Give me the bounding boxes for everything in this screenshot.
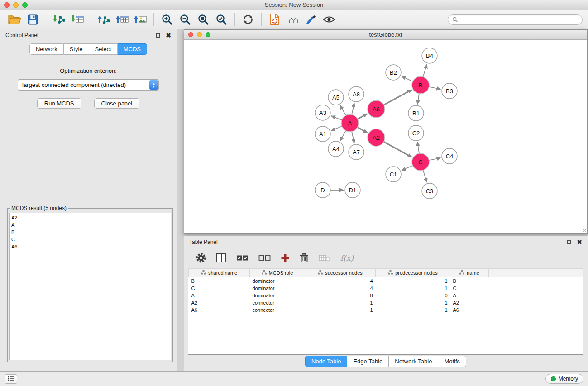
save-session-button[interactable] xyxy=(24,11,42,28)
table-cell[interactable]: 4 xyxy=(305,285,376,292)
column-header-successor-nodes[interactable]: successor nodes xyxy=(305,269,376,277)
edge-A-A7[interactable] xyxy=(352,132,354,143)
node-B4[interactable]: B4 xyxy=(422,48,437,63)
column-header-name[interactable]: name xyxy=(450,269,489,277)
table-cell[interactable]: 1 xyxy=(376,277,450,285)
minimize-network-window-button[interactable] xyxy=(197,32,202,37)
table-row[interactable]: Cdominator41C xyxy=(189,285,583,292)
table-cell[interactable]: A6 xyxy=(450,306,489,314)
node-C[interactable]: C xyxy=(412,153,429,171)
close-panel-button[interactable]: Close panel xyxy=(94,98,140,109)
node-B1[interactable]: B1 xyxy=(408,105,424,121)
node-B3[interactable]: B3 xyxy=(442,83,457,99)
node-D1[interactable]: D1 xyxy=(345,182,360,198)
table-row[interactable]: A2connector11A2 xyxy=(189,299,583,306)
node-C3[interactable]: C3 xyxy=(422,183,437,199)
zoom-fit-button[interactable] xyxy=(194,11,212,28)
node-C1[interactable]: C1 xyxy=(386,167,401,182)
optimization-dropdown[interactable]: largest connected component (directed) ▲… xyxy=(18,79,159,91)
edge-A-A1[interactable] xyxy=(331,126,342,131)
mcds-result-item[interactable]: B xyxy=(11,229,169,236)
run-mcds-button[interactable]: Run MCDS xyxy=(37,98,81,109)
node-A7[interactable]: A7 xyxy=(349,144,364,160)
network-canvas[interactable]: B4B2BB3A5A8A6B1A3AC2A1A2A4A7C4CC1C3DD1 xyxy=(185,40,587,233)
minimize-window-button[interactable] xyxy=(13,2,19,8)
table-cell[interactable]: A6 xyxy=(189,306,250,314)
mcds-result-item[interactable]: C xyxy=(11,236,169,243)
zoom-in-button[interactable] xyxy=(158,11,176,28)
node-B[interactable]: B xyxy=(412,76,429,94)
column-header-MCDS-role[interactable]: MCDS role xyxy=(250,269,305,277)
mcds-result-item[interactable]: A6 xyxy=(11,243,169,250)
table-cell[interactable]: dominator xyxy=(250,285,305,292)
close-network-window-button[interactable] xyxy=(188,32,193,37)
edge-A-A8[interactable] xyxy=(352,103,354,115)
float-panel-icon[interactable] xyxy=(156,33,160,38)
export-table-button[interactable] xyxy=(113,11,131,28)
open-session-button[interactable] xyxy=(5,11,24,28)
show-hide-button[interactable] xyxy=(320,11,338,28)
table-row[interactable]: Adominator80A xyxy=(189,292,583,299)
node-A1[interactable]: A1 xyxy=(315,126,330,142)
table-cell[interactable]: 1 xyxy=(305,299,376,306)
close-table-panel-icon[interactable]: ✖ xyxy=(577,239,582,245)
edge-A-A4[interactable] xyxy=(340,131,346,141)
network-graph[interactable]: B4B2BB3A5A8A6B1A3AC2A1A2A4A7C4CC1C3DD1 xyxy=(185,40,588,234)
close-panel-icon[interactable]: ✖ xyxy=(166,32,171,38)
float-table-panel-icon[interactable] xyxy=(567,240,571,244)
refresh-view-button[interactable] xyxy=(239,11,257,28)
select-all-button[interactable] xyxy=(236,254,249,262)
column-header-shared-name[interactable]: shared name xyxy=(189,269,250,277)
open-document-button[interactable] xyxy=(266,11,284,28)
function-builder-button[interactable]: f(x) xyxy=(340,253,354,262)
table-cell[interactable]: C xyxy=(450,285,489,292)
node-A3[interactable]: A3 xyxy=(315,105,330,120)
deselect-all-button[interactable] xyxy=(258,254,271,262)
tab-network[interactable]: Network xyxy=(29,43,64,55)
node-D[interactable]: D xyxy=(315,182,330,198)
node-A8[interactable]: A8 xyxy=(349,86,364,102)
node-A6[interactable]: A6 xyxy=(368,100,385,118)
table-cell[interactable]: 1 xyxy=(376,285,450,292)
node-C4[interactable]: C4 xyxy=(442,148,457,164)
node-A[interactable]: A xyxy=(341,114,359,132)
table-cell[interactable]: 1 xyxy=(376,299,450,306)
node-A4[interactable]: A4 xyxy=(328,141,344,157)
table-cell[interactable]: dominator xyxy=(250,292,305,299)
table-cell[interactable]: 4 xyxy=(305,277,376,285)
node-C2[interactable]: C2 xyxy=(408,125,424,141)
table-settings-button[interactable] xyxy=(196,253,206,263)
table-cell[interactable]: B xyxy=(450,277,489,285)
edge-C-C4[interactable] xyxy=(429,158,441,160)
table-cell[interactable]: connector xyxy=(250,299,305,306)
edge-B-B1[interactable] xyxy=(417,94,419,104)
delete-table-button[interactable] xyxy=(319,254,330,262)
style-brush-button[interactable] xyxy=(302,11,320,28)
node-A2[interactable]: A2 xyxy=(368,129,385,146)
table-cell[interactable]: 1 xyxy=(305,306,376,314)
edge-A2-C[interactable] xyxy=(384,142,412,157)
table-row[interactable]: A6connector11A6 xyxy=(189,306,583,314)
table-cell[interactable]: A xyxy=(450,292,489,299)
table-row[interactable]: Bdominator41B xyxy=(189,277,583,285)
table-cell[interactable]: A2 xyxy=(189,299,250,306)
table-cell[interactable]: A2 xyxy=(450,299,489,306)
table-cell[interactable]: C xyxy=(189,285,250,292)
edge-A-A3[interactable] xyxy=(331,116,342,120)
zoom-out-button[interactable] xyxy=(176,11,194,28)
table-cell[interactable]: B xyxy=(189,277,250,285)
add-column-button[interactable] xyxy=(281,253,290,262)
edge-C-C3[interactable] xyxy=(423,170,427,182)
delete-column-button[interactable] xyxy=(300,253,309,263)
export-network-button[interactable] xyxy=(95,11,113,28)
tab-select[interactable]: Select xyxy=(89,43,118,55)
edge-C-C1[interactable] xyxy=(402,166,412,171)
close-window-button[interactable] xyxy=(4,2,10,8)
table-tab-node-table[interactable]: Node Table xyxy=(305,356,348,367)
table-tab-edge-table[interactable]: Edge Table xyxy=(347,356,389,367)
table-cell[interactable]: 0 xyxy=(376,292,450,299)
edge-B-B2[interactable] xyxy=(402,76,413,81)
node-A5[interactable]: A5 xyxy=(328,90,344,105)
tab-mcds[interactable]: MCDS xyxy=(118,43,147,55)
edge-A6-B[interactable] xyxy=(384,90,412,105)
